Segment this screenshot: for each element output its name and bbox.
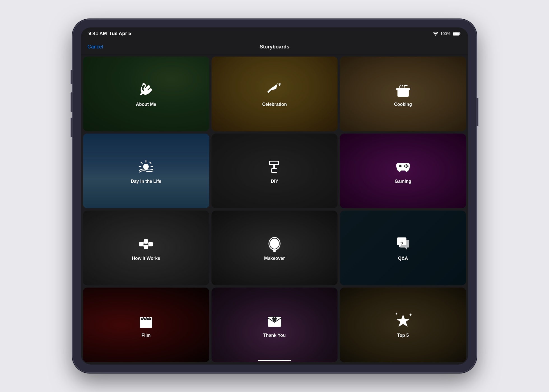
svg-rect-23	[272, 169, 277, 172]
clapper-icon	[137, 312, 155, 330]
svg-point-26	[405, 164, 407, 165]
status-date: Tue Apr 5	[109, 31, 131, 36]
svg-rect-33	[149, 242, 153, 246]
device-frame: 9:41 AM Tue Apr 5 100% Canc	[73, 20, 476, 372]
volume-down-button[interactable]	[71, 118, 73, 137]
pot-icon	[394, 81, 412, 99]
paintroller-icon	[266, 158, 283, 176]
svg-line-36	[148, 241, 149, 244]
svg-rect-21	[273, 165, 275, 168]
about-me-label: About Me	[136, 102, 156, 107]
scroll-indicator	[258, 360, 291, 361]
svg-rect-9	[396, 88, 410, 90]
day-in-life-label: Day in the Life	[131, 179, 161, 184]
grid-item-makeover[interactable]: Makeover	[211, 211, 338, 285]
battery-percent: 100%	[440, 31, 450, 36]
about-me-content: About Me	[136, 81, 156, 107]
workflow-icon	[137, 235, 155, 253]
party-icon	[266, 81, 283, 99]
how-it-works-content: How It Works	[132, 235, 160, 261]
grid-item-gaming[interactable]: Gaming	[340, 134, 466, 208]
grid-item-thank-you[interactable]: Thank You	[211, 288, 338, 362]
svg-rect-49	[149, 318, 151, 320]
grid-item-day-in-life[interactable]: Day in the Life	[83, 134, 209, 208]
svg-rect-41	[140, 319, 152, 328]
grid-item-qa[interactable]: ? Q&A	[340, 211, 466, 285]
svg-rect-20	[270, 162, 278, 164]
top5-label: Top 5	[397, 333, 409, 338]
top5-content: ✦ ✦ Top 5	[394, 312, 412, 338]
nav-title: Storyboards	[260, 44, 289, 50]
svg-line-37	[148, 244, 149, 247]
svg-rect-1	[453, 32, 459, 35]
grid-item-how-it-works[interactable]: How It Works	[83, 211, 209, 285]
svg-rect-10	[396, 88, 397, 90]
svg-rect-8	[397, 89, 409, 97]
gamepad-icon	[394, 158, 412, 176]
day-in-life-content: Day in the Life	[131, 158, 161, 184]
cooking-label: Cooking	[394, 102, 412, 107]
film-content: Film	[137, 312, 155, 338]
svg-line-34	[143, 241, 144, 244]
celebration-content: Celebration	[262, 81, 287, 107]
svg-rect-31	[144, 239, 148, 244]
status-time: 9:41 AM	[89, 31, 107, 36]
grid-item-diy[interactable]: DIY	[211, 134, 338, 208]
gaming-content: Gaming	[394, 158, 412, 184]
celebration-label: Celebration	[262, 102, 287, 107]
svg-marker-51	[396, 314, 410, 327]
qa-content: ? Q&A	[394, 235, 412, 261]
svg-rect-30	[139, 242, 143, 246]
qa-label: Q&A	[398, 256, 408, 261]
thank-you-content: Thank You	[263, 312, 286, 338]
gaming-label: Gaming	[395, 179, 411, 184]
how-it-works-label: How It Works	[132, 256, 160, 261]
grid-item-cooking[interactable]: Cooking	[340, 57, 466, 131]
svg-rect-46	[141, 318, 143, 320]
svg-rect-38	[273, 250, 276, 252]
sleep-button[interactable]	[476, 98, 478, 126]
film-label: Film	[141, 333, 151, 338]
volume-up-button[interactable]	[71, 92, 73, 112]
status-bar: 9:41 AM Tue Apr 5 100%	[81, 27, 468, 40]
diy-content: DIY	[266, 158, 283, 184]
svg-point-2	[279, 85, 280, 86]
battery-icon	[453, 32, 460, 36]
grid-item-about-me[interactable]: About Me	[83, 57, 209, 131]
svg-rect-25	[399, 165, 401, 167]
diy-label: DIY	[271, 179, 278, 184]
svg-rect-48	[146, 318, 148, 320]
makeover-label: Makeover	[264, 256, 285, 261]
svg-text:?: ?	[400, 241, 403, 246]
nav-bar: Cancel Storyboards	[81, 40, 468, 54]
thank-you-label: Thank You	[263, 333, 286, 338]
qa-icon: ?	[394, 235, 412, 253]
svg-point-29	[405, 166, 407, 168]
svg-point-28	[404, 165, 405, 167]
grid-item-film[interactable]: Film	[83, 288, 209, 362]
cancel-button[interactable]: Cancel	[87, 44, 103, 50]
svg-point-27	[407, 165, 408, 167]
envelope-heart-icon	[266, 312, 283, 330]
screen: 9:41 AM Tue Apr 5 100% Canc	[81, 27, 468, 365]
svg-rect-11	[409, 88, 410, 90]
mirror-icon	[266, 235, 283, 253]
makeover-content: Makeover	[264, 235, 285, 261]
svg-line-35	[143, 244, 144, 247]
sunrise-icon	[137, 158, 155, 176]
grid-item-top5[interactable]: ✦ ✦ Top 5	[340, 288, 466, 362]
svg-line-15	[141, 162, 142, 164]
svg-rect-32	[144, 245, 148, 249]
storyboards-grid: About Me	[81, 54, 468, 365]
status-right-icons: 100%	[433, 31, 460, 36]
svg-rect-47	[144, 318, 145, 320]
power-button[interactable]	[71, 70, 73, 84]
cooking-content: Cooking	[394, 81, 412, 107]
device-body: 9:41 AM Tue Apr 5 100% Canc	[73, 20, 476, 372]
wave-icon	[137, 81, 155, 99]
svg-point-4	[277, 83, 278, 84]
svg-point-13	[143, 164, 149, 169]
wifi-icon	[433, 32, 438, 36]
svg-line-18	[150, 162, 151, 164]
grid-item-celebration[interactable]: Celebration	[211, 57, 338, 131]
